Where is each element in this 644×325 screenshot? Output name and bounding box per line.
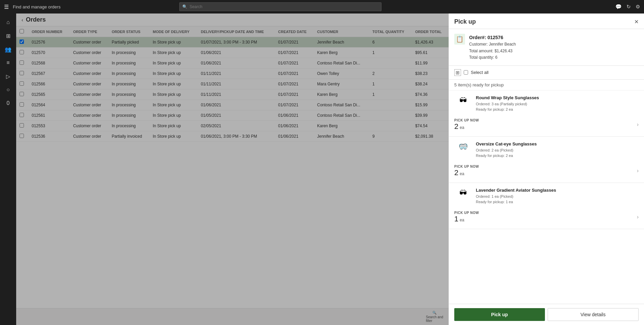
row-checkbox-cell[interactable]: [16, 110, 28, 121]
view-details-button[interactable]: View details: [548, 308, 639, 321]
panel-select-all-checkbox[interactable]: [464, 70, 468, 75]
row-delivery-date: 01/06/2021: [197, 48, 275, 58]
row-checkbox-cell[interactable]: [16, 79, 28, 89]
table-row[interactable]: 012576 Customer order Partially picked I…: [16, 37, 449, 48]
row-checkbox[interactable]: [20, 60, 24, 65]
search-icon: 🔍: [182, 4, 187, 9]
row-checkbox-cell[interactable]: [16, 37, 28, 48]
select-all-label[interactable]: Select all: [471, 70, 489, 75]
row-checkbox[interactable]: [20, 81, 24, 86]
row-mode-delivery: In Store pick up: [149, 79, 197, 89]
table-row[interactable]: 012564 Customer order In processing In S…: [16, 100, 449, 110]
select-all-checkbox[interactable]: [20, 29, 24, 33]
row-order-status: Partially invoiced: [108, 131, 149, 142]
table-row[interactable]: 012553 Customer order In processing In S…: [16, 121, 449, 131]
row-checkbox[interactable]: [20, 113, 24, 117]
qty-unit: ea: [460, 125, 464, 130]
qty-unit: ea: [460, 171, 464, 176]
row-checkbox[interactable]: [20, 134, 24, 138]
table-row[interactable]: 012568 Customer order In processing In S…: [16, 58, 449, 69]
sidebar-item-grid[interactable]: ⊞: [2, 30, 14, 42]
row-mode-delivery: In Store pick up: [149, 131, 197, 142]
product-name: Oversize Cat-eye Sunglasses: [476, 141, 639, 146]
table-row[interactable]: 012570 Customer order In processing In S…: [16, 48, 449, 58]
sidebar-item-home[interactable]: ⌂: [2, 16, 14, 28]
row-checkbox[interactable]: [20, 71, 24, 75]
row-customer: Contoso Retail San Di...: [314, 100, 369, 110]
row-mode-delivery: In Store pick up: [149, 48, 197, 58]
row-created-date: 01/06/2021: [275, 110, 314, 121]
row-checkbox[interactable]: [20, 102, 24, 107]
topbar-search-box[interactable]: 🔍: [179, 2, 381, 11]
chevron-right-icon[interactable]: ›: [637, 214, 639, 220]
row-checkbox[interactable]: [20, 123, 24, 128]
sidebar-item-menu[interactable]: ≡: [2, 57, 14, 69]
sidebar-item-users[interactable]: 👥: [2, 43, 14, 55]
row-checkbox-cell[interactable]: [16, 89, 28, 100]
settings-icon[interactable]: ⚙: [636, 4, 640, 10]
col-delivery-date[interactable]: DELIVERY/PICKUP DATE AND TIME: [197, 26, 275, 37]
sidebar-item-play[interactable]: ▷: [2, 70, 14, 82]
row-checkbox-cell[interactable]: [16, 131, 28, 142]
table-row[interactable]: 012561 Customer order In processing In S…: [16, 110, 449, 121]
row-checkbox-cell[interactable]: [16, 48, 28, 58]
product-details: Lavender Gradient Aviator Sunglasses Ord…: [476, 188, 639, 205]
row-order-type: Customer order: [70, 110, 108, 121]
row-order-total: $2,091.38: [412, 131, 449, 142]
row-customer: Jennifer Beach: [314, 131, 369, 142]
col-order-total[interactable]: ORDER TOTAL: [412, 26, 449, 37]
col-mode-delivery[interactable]: MODE OF DELIVERY: [149, 26, 197, 37]
row-checkbox[interactable]: [20, 50, 24, 54]
row-created-date: 01/07/2021: [275, 79, 314, 89]
product-ready: Ready for pickup: 1 ea: [476, 199, 639, 205]
row-order-type: Customer order: [70, 37, 108, 48]
pickup-button[interactable]: Pick up: [454, 308, 545, 321]
back-arrow[interactable]: ‹: [22, 17, 23, 23]
row-mode-delivery: In Store pick up: [149, 110, 197, 121]
table-row[interactable]: 012566 Customer order In processing In S…: [16, 79, 449, 89]
row-order-total: $38.23: [412, 69, 449, 79]
row-order-type: Customer order: [70, 121, 108, 131]
row-checkbox-cell[interactable]: [16, 69, 28, 79]
col-created-date[interactable]: CREATED DATE: [275, 26, 314, 37]
table-row[interactable]: 012565 Customer order In processing In S…: [16, 89, 449, 100]
search-filter-icon: 🔍: [432, 311, 436, 315]
bottom-bar: 🔍 Search and filter: [16, 308, 449, 325]
chat-icon[interactable]: 💬: [615, 4, 622, 10]
row-order-type: Customer order: [70, 79, 108, 89]
select-all-header[interactable]: [16, 26, 28, 37]
chevron-right-icon[interactable]: ›: [637, 121, 639, 128]
row-mode-delivery: In Store pick up: [149, 69, 197, 79]
row-order-number: 012568: [28, 58, 70, 69]
col-order-type[interactable]: ORDER TYPE: [70, 26, 108, 37]
order-meta: Order#: 012576 Customer: Jennifer Beach …: [469, 34, 516, 61]
sidebar-item-circle[interactable]: ○: [2, 84, 14, 96]
row-checkbox[interactable]: [20, 39, 24, 44]
row-order-total: $15.99: [412, 100, 449, 110]
row-customer: Karen Berg: [314, 48, 369, 58]
row-delivery-date: 01/06/2021: [197, 58, 275, 69]
table-row[interactable]: 012536 Customer order Partially invoiced…: [16, 131, 449, 142]
search-filter-button[interactable]: 🔍 Search and filter: [426, 311, 443, 323]
col-order-number[interactable]: ORDER NUMBER: [28, 26, 70, 37]
row-order-total: $38.24: [412, 79, 449, 89]
col-order-status[interactable]: ORDER STATUS: [108, 26, 149, 37]
col-customer[interactable]: CUSTOMER: [314, 26, 369, 37]
menu-icon[interactable]: ☰: [4, 4, 9, 10]
row-checkbox-cell[interactable]: [16, 100, 28, 110]
row-delivery-date: 01/06/2021, 3:00 PM - 3:30 PM: [197, 131, 275, 142]
table-header-row: ORDER NUMBER ORDER TYPE ORDER STATUS MOD…: [16, 26, 449, 37]
row-delivery-date: 01/11/2021: [197, 89, 275, 100]
sidebar-item-zero[interactable]: 0: [2, 97, 14, 109]
refresh-icon[interactable]: ↻: [626, 4, 631, 10]
row-checkbox-cell[interactable]: [16, 58, 28, 69]
row-checkbox[interactable]: [20, 92, 24, 96]
row-mode-delivery: In Store pick up: [149, 100, 197, 110]
row-checkbox-cell[interactable]: [16, 121, 28, 131]
table-row[interactable]: 012567 Customer order In processing In S…: [16, 69, 449, 79]
close-panel-button[interactable]: ✕: [634, 19, 639, 25]
chevron-right-icon[interactable]: ›: [637, 168, 639, 174]
col-total-qty[interactable]: TOTAL QUANTITY: [369, 26, 412, 37]
product-item: 🕶 Round Wrap Style Sunglasses Ordered: 3…: [449, 90, 644, 137]
search-input[interactable]: [189, 4, 378, 9]
